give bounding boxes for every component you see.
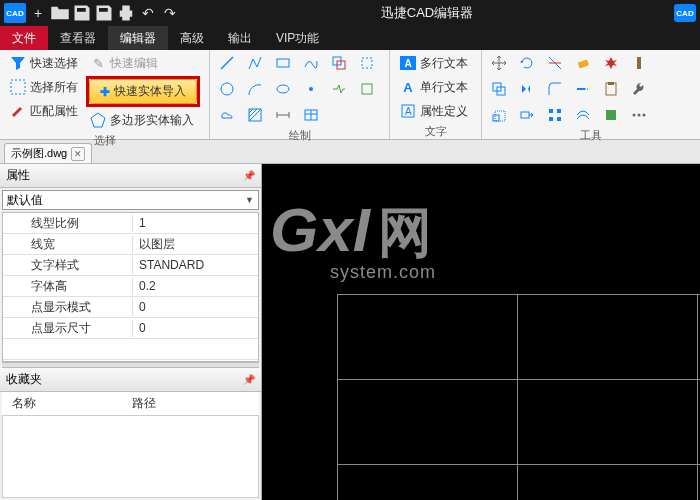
hatch-icon[interactable] xyxy=(244,104,266,126)
wrench-icon[interactable] xyxy=(628,78,650,100)
ribbon-group-draw: 绘制 xyxy=(210,50,390,139)
single-text-button[interactable]: A单行文本 xyxy=(396,76,472,98)
menubar: 文件 查看器 编辑器 高级 输出 VIP功能 xyxy=(0,26,700,50)
pin-icon[interactable]: 📌 xyxy=(243,170,255,181)
dim1-icon[interactable] xyxy=(272,104,294,126)
prop-row[interactable]: 字体高0.2 xyxy=(3,276,258,297)
svg-rect-35 xyxy=(521,112,529,118)
paste-icon[interactable] xyxy=(600,78,622,100)
menu-viewer[interactable]: 查看器 xyxy=(48,26,108,50)
filter-icon xyxy=(10,55,26,71)
saveas-icon[interactable] xyxy=(94,3,114,23)
drawing-canvas[interactable]: GxI网 system.com xyxy=(262,164,700,500)
region1-icon[interactable] xyxy=(328,52,350,74)
fav-col-path[interactable]: 路径 xyxy=(132,395,156,412)
explode-icon[interactable] xyxy=(600,52,622,74)
copy-icon[interactable] xyxy=(488,78,510,100)
polygon-input-button[interactable]: 多边形实体输入 xyxy=(86,109,200,131)
more-tool-icon[interactable] xyxy=(628,104,650,126)
chevron-down-icon: ▼ xyxy=(245,195,254,205)
mtext-icon: A xyxy=(400,56,416,70)
svg-rect-0 xyxy=(11,80,25,94)
repair-icon[interactable] xyxy=(628,52,650,74)
array-icon[interactable] xyxy=(544,104,566,126)
svg-point-43 xyxy=(643,114,646,117)
circle-icon[interactable] xyxy=(216,78,238,100)
spline-icon[interactable] xyxy=(300,52,322,74)
polygon-icon xyxy=(90,112,106,128)
extend-icon[interactable] xyxy=(572,78,594,100)
svg-point-8 xyxy=(277,85,289,93)
cloud-icon[interactable] xyxy=(216,104,238,126)
pin-icon[interactable]: 📌 xyxy=(243,374,255,385)
menu-editor[interactable]: 编辑器 xyxy=(108,26,168,50)
prop-row[interactable]: 点显示尺寸0 xyxy=(3,318,258,339)
fillet-icon[interactable] xyxy=(544,78,566,100)
quick-import-button[interactable]: ✚ 快速实体导入 xyxy=(89,79,197,104)
menu-output[interactable]: 输出 xyxy=(216,26,264,50)
print-icon[interactable] xyxy=(116,3,136,23)
svg-rect-26 xyxy=(637,57,641,69)
multiline-text-button[interactable]: A多行文本 xyxy=(396,52,472,74)
new-icon[interactable]: + xyxy=(28,3,48,23)
svg-point-7 xyxy=(221,83,233,95)
erase-icon[interactable] xyxy=(572,52,594,74)
point-icon[interactable] xyxy=(300,78,322,100)
svg-marker-1 xyxy=(91,113,105,127)
trim-icon[interactable] xyxy=(544,52,566,74)
scale-icon[interactable] xyxy=(488,104,510,126)
select-all-icon xyxy=(10,79,26,95)
plus-icon: ✚ xyxy=(100,85,110,99)
cad-badge-icon[interactable]: CAD xyxy=(674,4,696,22)
pencil-icon: ✎ xyxy=(90,55,106,71)
open-icon[interactable] xyxy=(50,3,70,23)
redo-icon[interactable]: ↷ xyxy=(160,3,180,23)
block-icon[interactable] xyxy=(600,104,622,126)
prop-row[interactable]: 线宽以图层 xyxy=(3,234,258,255)
menu-advanced[interactable]: 高级 xyxy=(168,26,216,50)
mirror-icon[interactable] xyxy=(516,78,538,100)
favorites-list[interactable] xyxy=(2,416,259,498)
svg-rect-6 xyxy=(362,58,372,68)
svg-rect-36 xyxy=(549,109,553,113)
polyline-icon[interactable] xyxy=(244,52,266,74)
select-all-button[interactable]: 选择所有 xyxy=(6,76,82,98)
table-icon[interactable] xyxy=(300,104,322,126)
svg-rect-39 xyxy=(557,117,561,121)
properties-grid[interactable]: 线型比例1 线宽以图层 文字样式STANDARD 字体高0.2 点显示模式0 点… xyxy=(2,212,259,362)
menu-vip[interactable]: VIP功能 xyxy=(264,26,331,50)
offset-icon[interactable] xyxy=(572,104,594,126)
line-icon[interactable] xyxy=(216,52,238,74)
rotate-icon[interactable] xyxy=(516,52,538,74)
layer-combo[interactable]: 默认值▼ xyxy=(2,190,259,210)
menu-file[interactable]: 文件 xyxy=(0,26,48,50)
rect-icon[interactable] xyxy=(272,52,294,74)
app-logo[interactable]: CAD xyxy=(4,3,26,23)
svg-rect-32 xyxy=(608,82,614,85)
bound2-icon[interactable] xyxy=(356,78,378,100)
attr-def-button[interactable]: A属性定义 xyxy=(396,100,472,122)
attr-icon: A xyxy=(400,103,416,119)
move-icon[interactable] xyxy=(488,52,510,74)
bound1-icon[interactable] xyxy=(328,78,350,100)
stretch-icon[interactable] xyxy=(516,104,538,126)
match-props-button[interactable]: 匹配属性 xyxy=(6,100,82,122)
svg-text:A: A xyxy=(405,106,412,117)
prop-row[interactable]: 文字样式STANDARD xyxy=(3,255,258,276)
gridline xyxy=(337,294,700,295)
quick-import-button-highlight: ✚ 快速实体导入 xyxy=(86,76,200,107)
prop-row[interactable]: 点显示模式0 xyxy=(3,297,258,318)
fav-col-name[interactable]: 名称 xyxy=(2,395,132,412)
arc-icon[interactable] xyxy=(244,78,266,100)
quick-select-button[interactable]: 快速选择 xyxy=(6,52,82,74)
svg-point-9 xyxy=(309,87,313,91)
svg-line-2 xyxy=(221,57,233,69)
ellipse-icon[interactable] xyxy=(272,78,294,100)
save-icon[interactable] xyxy=(72,3,92,23)
group-label-draw: 绘制 xyxy=(216,126,383,145)
region2-icon[interactable] xyxy=(356,52,378,74)
workspace: 属性📌 默认值▼ 线型比例1 线宽以图层 文字样式STANDARD 字体高0.2… xyxy=(0,164,700,500)
undo-icon[interactable]: ↶ xyxy=(138,3,158,23)
quick-edit-button: ✎快速编辑 xyxy=(86,52,200,74)
prop-row[interactable]: 线型比例1 xyxy=(3,213,258,234)
